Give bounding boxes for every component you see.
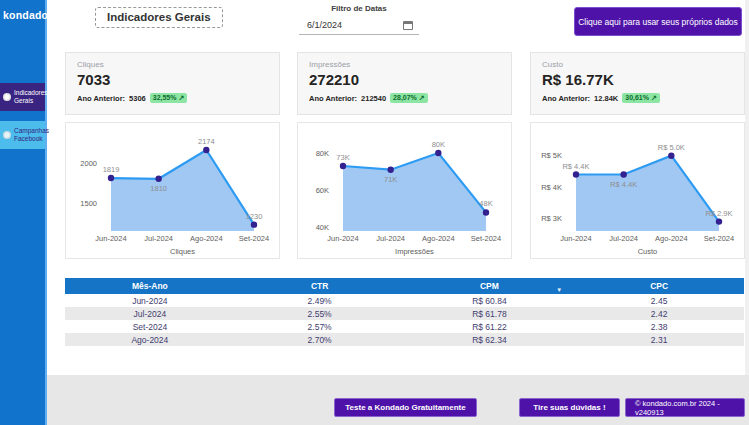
x-tick-label: Jun-2024 xyxy=(95,234,126,243)
data-point-marker[interactable] xyxy=(435,150,441,156)
point-label: R$ 4.4K xyxy=(562,162,589,171)
kpi-title: Cliques xyxy=(66,53,279,69)
x-tick-label: Set-2024 xyxy=(471,234,501,243)
data-point-marker[interactable] xyxy=(716,218,722,224)
y-tick-label: 1500 xyxy=(80,199,97,208)
y-tick-label: 60K xyxy=(316,186,329,195)
data-point-marker[interactable] xyxy=(573,171,579,177)
table-row[interactable]: Jul-20242.55%R$ 61.782.42 xyxy=(65,307,744,320)
data-point-marker[interactable] xyxy=(340,163,346,169)
kpi-card-impressoes: Impressões 272210 Ano Anterior: 212540 2… xyxy=(297,52,512,115)
area-chart-cliques[interactable]: 15002000Jun-2024Jul-2024Ago-2024Set-2024… xyxy=(65,122,280,259)
x-tick-label: Ago-2024 xyxy=(190,234,223,243)
table-cell[interactable]: R$ 61.22 xyxy=(405,320,575,333)
table-cell[interactable]: 2.42 xyxy=(574,307,744,320)
calendar-icon[interactable] xyxy=(403,21,413,30)
scrollbar-track[interactable] xyxy=(745,0,749,425)
data-point-marker[interactable] xyxy=(155,176,161,182)
x-tick-label: Ago-2024 xyxy=(655,234,688,243)
kpi-card-custo: Custo R$ 16.77K Ano Anterior: 12.84K 30,… xyxy=(530,52,745,115)
data-point-marker[interactable] xyxy=(668,152,674,158)
sidebar: kondado Indicadores Gerais Campanhas Fac… xyxy=(0,0,47,425)
table-cell[interactable]: 2.70% xyxy=(235,333,405,346)
trial-button[interactable]: Teste a Kondado Gratuitamente xyxy=(334,398,477,417)
column-header[interactable]: CPM▼ xyxy=(405,278,575,294)
table-cell[interactable]: R$ 62.34 xyxy=(405,333,575,346)
x-tick-label: Jul-2024 xyxy=(609,234,638,243)
x-axis-title: Custo xyxy=(638,247,658,256)
table-cell[interactable]: 2.31 xyxy=(574,333,744,346)
table-cell[interactable]: Set-2024 xyxy=(65,320,235,333)
data-point-marker[interactable] xyxy=(620,171,626,177)
page-title: Indicadores Gerais xyxy=(95,7,223,28)
version-badge[interactable]: © kondado.com.br 2024 - v240913 xyxy=(625,398,745,417)
table-cell[interactable]: R$ 61.78 xyxy=(405,307,575,320)
point-label: 73K xyxy=(336,153,349,162)
data-point-marker[interactable] xyxy=(251,221,257,227)
kpi-prev-value: 12.84K xyxy=(594,94,618,103)
x-tick-label: Jun-2024 xyxy=(560,234,591,243)
table-cell[interactable]: 2.38 xyxy=(574,320,744,333)
table-cell[interactable]: Ago-2024 xyxy=(65,333,235,346)
kpi-delta-badge: 30,61% ↗ xyxy=(622,93,660,103)
point-label: 1810 xyxy=(150,184,167,193)
point-label: 1230 xyxy=(246,212,263,221)
table-row[interactable]: Ago-20242.70%R$ 62.342.31 xyxy=(65,333,744,346)
table-cell[interactable]: 2.49% xyxy=(235,294,405,307)
y-tick-label: R$ 4K xyxy=(541,183,562,192)
area-fill xyxy=(343,153,486,231)
column-header[interactable]: CPC xyxy=(574,278,744,294)
date-filter-input[interactable]: 6/1/2024 xyxy=(299,17,419,35)
kpi-title: Impressões xyxy=(298,53,511,69)
x-axis-title: Cliques xyxy=(170,247,195,256)
table-header-row: Mês-AnoCTRCPM▼CPC xyxy=(65,278,744,294)
area-chart-impressoes[interactable]: 40K60K80KJun-2024Jul-2024Ago-2024Set-202… xyxy=(297,122,512,259)
x-tick-label: Set-2024 xyxy=(704,234,734,243)
x-tick-label: Jun-2024 xyxy=(327,234,358,243)
data-point-marker[interactable] xyxy=(483,209,489,215)
table-cell[interactable]: 2.55% xyxy=(235,307,405,320)
metrics-table: Mês-AnoCTRCPM▼CPC Jun-20242.49%R$ 60.842… xyxy=(65,278,744,346)
sort-desc-icon[interactable]: ▼ xyxy=(556,287,562,293)
sidebar-item-label: Indicadores Gerais xyxy=(14,89,48,105)
point-label: 71K xyxy=(384,175,397,184)
point-label: 48K xyxy=(479,199,492,208)
date-filter: Filtro de Datas 6/1/2024 xyxy=(299,2,419,35)
point-label: R$ 4.4K xyxy=(610,180,637,189)
x-axis-title: Impressões xyxy=(395,247,434,256)
point-label: R$ 2.9K xyxy=(705,209,732,218)
table-cell[interactable]: Jul-2024 xyxy=(65,307,235,320)
data-point-marker[interactable] xyxy=(387,167,393,173)
data-point-marker[interactable] xyxy=(203,147,209,153)
y-tick-label: 2000 xyxy=(80,159,97,168)
table-row[interactable]: Set-20242.57%R$ 61.222.38 xyxy=(65,320,744,333)
kpi-prev-value: 212540 xyxy=(361,94,386,103)
support-button[interactable]: Tire suas dúvidas ! xyxy=(519,398,620,417)
table-cell[interactable]: 2.45 xyxy=(574,294,744,307)
kpi-prev-label: Ano Anterior: xyxy=(309,94,357,103)
table-cell[interactable]: 2.57% xyxy=(235,320,405,333)
sidebar-item-campanhas-facebook[interactable]: Campanhas Facebook xyxy=(0,121,45,149)
table-cell[interactable]: R$ 60.84 xyxy=(405,294,575,307)
area-chart-custo[interactable]: R$ 3KR$ 4KR$ 5KJun-2024Jul-2024Ago-2024S… xyxy=(530,122,745,259)
x-tick-label: Jul-2024 xyxy=(144,234,173,243)
kpi-value: R$ 16.77K xyxy=(531,69,744,88)
column-header[interactable]: CTR xyxy=(235,278,405,294)
circle-icon xyxy=(3,131,11,139)
sidebar-item-label: Campanhas Facebook xyxy=(14,127,49,143)
column-header[interactable]: Mês-Ano xyxy=(65,278,235,294)
date-filter-label: Filtro de Datas xyxy=(299,2,419,13)
own-data-cta-button[interactable]: Clique aqui para usar seus próprios dado… xyxy=(574,7,742,36)
point-label: 2174 xyxy=(198,137,215,146)
kpi-title: Custo xyxy=(531,53,744,69)
kpi-prev-value: 5306 xyxy=(129,94,146,103)
date-filter-value: 6/1/2024 xyxy=(307,20,342,30)
kpi-prev-label: Ano Anterior: xyxy=(77,94,125,103)
y-tick-label: 40K xyxy=(316,223,329,232)
table-row[interactable]: Jun-20242.49%R$ 60.842.45 xyxy=(65,294,744,307)
point-label: 80K xyxy=(432,140,445,149)
table-cell[interactable]: Jun-2024 xyxy=(65,294,235,307)
kpi-delta-badge: 32,55% ↗ xyxy=(150,93,188,103)
sidebar-item-indicadores-gerais[interactable]: Indicadores Gerais xyxy=(0,83,45,111)
data-point-marker[interactable] xyxy=(108,175,114,181)
